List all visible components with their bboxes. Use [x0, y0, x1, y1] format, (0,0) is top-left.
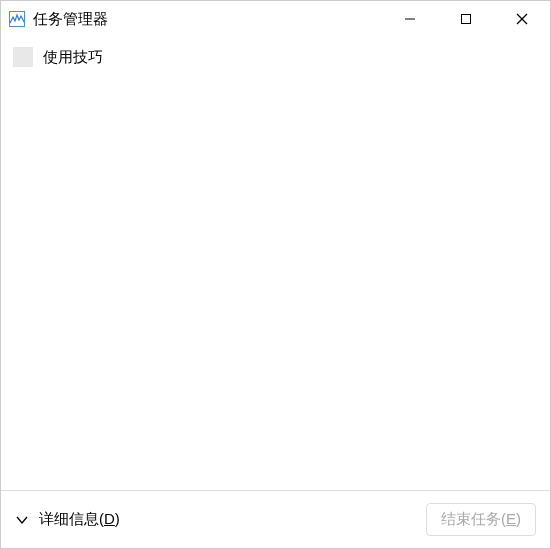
maximize-button[interactable] [438, 1, 494, 37]
close-button[interactable] [494, 1, 550, 37]
process-name: 使用技巧 [43, 48, 103, 67]
minimize-button[interactable] [382, 1, 438, 37]
svg-rect-2 [462, 15, 471, 24]
chevron-down-icon [15, 513, 29, 527]
process-icon [13, 47, 33, 67]
window-title: 任务管理器 [33, 10, 108, 29]
end-task-button[interactable]: 结束任务(E) [426, 503, 536, 536]
process-row[interactable]: 使用技巧 [9, 43, 542, 71]
footer-bar: 详细信息(D) 结束任务(E) [1, 490, 550, 548]
window-controls [382, 1, 550, 37]
task-manager-window: 任务管理器 使用技巧 详细信息(D) 结束任务(E) [0, 0, 551, 549]
more-details-toggle[interactable]: 详细信息(D) [15, 510, 120, 529]
process-list: 使用技巧 [1, 37, 550, 490]
task-manager-icon [9, 11, 25, 27]
more-details-label: 详细信息(D) [39, 510, 120, 529]
titlebar: 任务管理器 [1, 1, 550, 37]
